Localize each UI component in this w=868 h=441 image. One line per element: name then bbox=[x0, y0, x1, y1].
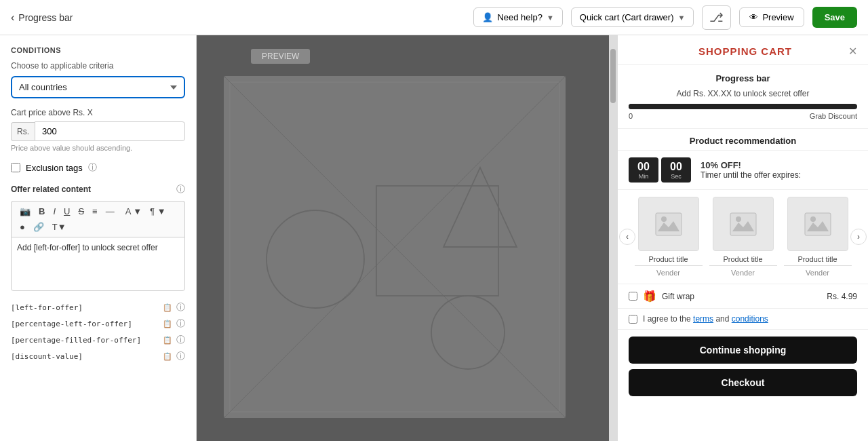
rte-bold-btn[interactable]: B bbox=[36, 205, 47, 218]
continue-shopping-button[interactable]: Continue shopping bbox=[629, 337, 857, 364]
rte-font-btn[interactable]: A ▼ bbox=[123, 205, 144, 218]
product-name-1: Product title bbox=[648, 255, 688, 263]
terms-row: I agree to the terms and conditions bbox=[618, 309, 868, 330]
price-input[interactable] bbox=[35, 121, 185, 141]
products-row: Product title Vender Product title Vende… bbox=[629, 197, 857, 277]
cart-price-label: Cart price above Rs. X bbox=[11, 108, 185, 117]
device-icon-button[interactable]: ⎇ bbox=[702, 5, 731, 30]
token-name-1: [left-for-offer] bbox=[11, 303, 83, 312]
gift-wrap-label: Gift wrap bbox=[662, 292, 694, 301]
price-hint: Price above value should ascending. bbox=[11, 144, 185, 152]
cart-buttons: Continue shopping Checkout bbox=[618, 330, 868, 403]
main-layout: CONDITIONS Choose to applicable criteria… bbox=[0, 35, 868, 441]
product-image-3 bbox=[787, 197, 848, 251]
cart-price-group: Cart price above Rs. X Rs. Price above v… bbox=[11, 108, 185, 152]
product-name-2: Product title bbox=[723, 255, 762, 263]
offer-section-title: Offer related content bbox=[11, 185, 91, 194]
checkout-button[interactable]: Checkout bbox=[629, 369, 857, 396]
rte-italic-btn[interactable]: I bbox=[50, 205, 58, 218]
timer-offer-text: 10% OFF! bbox=[701, 160, 741, 170]
product-vendor-3: Vender bbox=[784, 265, 852, 277]
rte-toolbar: 📷 B I U S ≡ — A ▼ ¶ ▼ ● 🔗 T▼ bbox=[11, 201, 185, 237]
rte-link-btn[interactable]: 🔗 bbox=[31, 220, 47, 233]
preview-bar-label: PREVIEW bbox=[251, 49, 310, 64]
product-image-2 bbox=[713, 197, 774, 251]
svg-rect-8 bbox=[656, 213, 682, 235]
copy-icon-3[interactable]: 📋 bbox=[163, 336, 172, 345]
terms-link[interactable]: terms bbox=[693, 314, 713, 324]
timer-sec-label: Sec bbox=[668, 173, 684, 180]
rte-image-btn[interactable]: 📷 bbox=[17, 205, 33, 218]
token-name-4: [discount-value] bbox=[11, 352, 83, 361]
rte-content[interactable]: Add [left-for-offer] to unlock secret of… bbox=[11, 237, 185, 291]
price-prefix: Rs. bbox=[11, 122, 35, 141]
timer-section: 00 Min 00 Sec 10% OFF! Timer until the o… bbox=[618, 151, 868, 190]
product-image-1 bbox=[638, 197, 699, 251]
product-carousel: ‹ Product title Vender Product title Ven… bbox=[618, 190, 868, 284]
rte-strikethrough-btn[interactable]: S bbox=[75, 205, 87, 218]
help-dropdown[interactable]: 👤 Need help? ▼ bbox=[473, 7, 562, 27]
svg-point-13 bbox=[810, 216, 816, 222]
token-item: [left-for-offer] 📋 ⓘ bbox=[11, 299, 185, 315]
terms-and: and bbox=[713, 314, 732, 324]
product-vendor-2: Vender bbox=[709, 265, 777, 277]
token-item: [discount-value] 📋 ⓘ bbox=[11, 348, 185, 364]
copy-icon-1[interactable]: 📋 bbox=[163, 303, 172, 312]
token-name-3: [percentage-filled-for-offer] bbox=[11, 336, 141, 345]
token-help-4[interactable]: ⓘ bbox=[176, 350, 185, 362]
conditions-link[interactable]: conditions bbox=[732, 314, 768, 324]
exclusion-row: Exclusion tags ⓘ bbox=[11, 161, 185, 174]
copy-icon-4[interactable]: 📋 bbox=[163, 352, 172, 361]
token-item: [percentage-filled-for-offer] 📋 ⓘ bbox=[11, 332, 185, 348]
token-help-3[interactable]: ⓘ bbox=[176, 334, 185, 346]
product-name-3: Product title bbox=[797, 255, 837, 263]
product-card-1: Product title Vender bbox=[635, 197, 703, 277]
carousel-next-button[interactable]: › bbox=[850, 229, 867, 245]
svg-point-11 bbox=[736, 216, 741, 222]
progress-zero-label: 0 bbox=[629, 112, 633, 120]
token-help-1[interactable]: ⓘ bbox=[176, 301, 185, 313]
exclusion-checkbox[interactable] bbox=[11, 163, 20, 172]
save-button[interactable]: Save bbox=[812, 7, 857, 28]
scroll-bar[interactable] bbox=[609, 35, 617, 441]
offer-help-icon[interactable]: ⓘ bbox=[176, 183, 185, 195]
center-preview: PREVIEW bbox=[197, 35, 617, 441]
criteria-group: All countries bbox=[11, 76, 185, 98]
cart-type-caret-icon: ▼ bbox=[677, 14, 685, 22]
cart-header: SHOPPING CART ✕ bbox=[618, 35, 868, 65]
token-list: [left-for-offer] 📋 ⓘ [percentage-left-fo… bbox=[11, 299, 185, 364]
token-help-2[interactable]: ⓘ bbox=[176, 318, 185, 330]
rte-color-btn[interactable]: ● bbox=[17, 220, 28, 233]
left-panel: CONDITIONS Choose to applicable criteria… bbox=[0, 35, 197, 441]
preview-button[interactable]: 👁 Preview bbox=[739, 7, 804, 27]
carousel-prev-button[interactable]: ‹ bbox=[619, 229, 635, 245]
svg-rect-10 bbox=[730, 213, 756, 235]
exclusion-help-icon[interactable]: ⓘ bbox=[88, 161, 97, 174]
token-item: [percentage-left-for-offer] 📋 ⓘ bbox=[11, 315, 185, 332]
rte-underline-btn[interactable]: U bbox=[61, 205, 73, 218]
timer-min-block: 00 Min bbox=[629, 157, 658, 183]
svg-rect-12 bbox=[805, 213, 831, 235]
rte-para-btn[interactable]: ¶ ▼ bbox=[147, 205, 168, 218]
timer-sec: 00 bbox=[668, 160, 684, 173]
grab-discount-label: Grab Discount bbox=[810, 112, 857, 120]
terms-checkbox[interactable] bbox=[629, 315, 637, 324]
rte-text-btn[interactable]: T▼ bbox=[50, 220, 69, 233]
rte-rule-btn[interactable]: — bbox=[103, 205, 117, 218]
help-label: Need help? bbox=[497, 12, 542, 22]
timer-sec-block: 00 Sec bbox=[661, 157, 691, 183]
person-icon: 👤 bbox=[482, 12, 493, 22]
cart-close-button[interactable]: ✕ bbox=[848, 45, 857, 58]
gift-wrap-checkbox[interactable] bbox=[629, 292, 637, 301]
criteria-select[interactable]: All countries bbox=[11, 76, 185, 98]
rte-align-btn[interactable]: ≡ bbox=[90, 205, 100, 218]
timer-min-label: Min bbox=[635, 173, 652, 180]
svg-point-9 bbox=[661, 216, 667, 222]
progress-bar-inner bbox=[629, 104, 777, 109]
timer-expire-text: Timer until the offer expires: bbox=[701, 170, 801, 180]
copy-icon-2[interactable]: 📋 bbox=[163, 320, 172, 328]
cart-type-dropdown[interactable]: Quick cart (Cart drawer) ▼ bbox=[571, 7, 694, 27]
terms-text: I agree to the terms and conditions bbox=[643, 314, 768, 324]
criteria-label: Choose to applicable criteria bbox=[11, 61, 185, 71]
back-button[interactable]: ‹ Progress bar bbox=[11, 12, 73, 24]
